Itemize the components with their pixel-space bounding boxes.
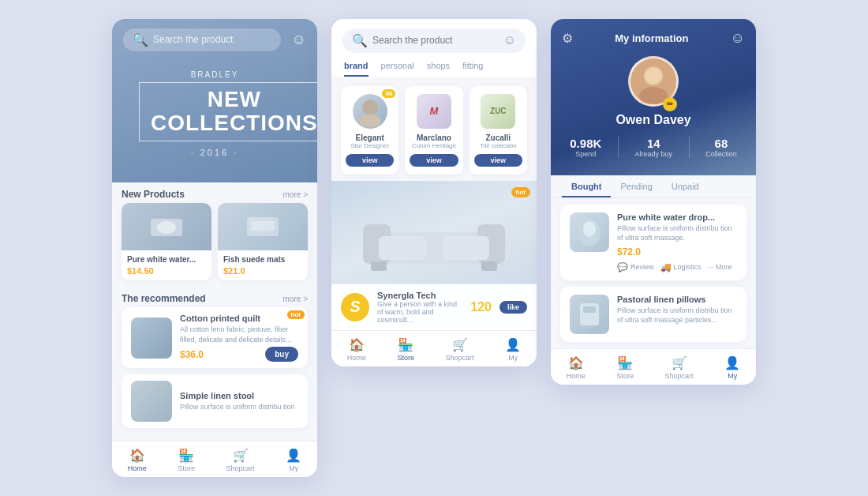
svg-point-1	[157, 221, 176, 234]
p2-body: Elegant Star Designer view 46 M Marclano…	[331, 77, 537, 330]
search-bar-1[interactable]: 🔍	[123, 28, 281, 51]
rec-info-1: Cotton printed quilt All cotton leno fab…	[180, 314, 298, 362]
brand-type-zucalli: Tile colecatio	[474, 142, 522, 149]
tab-personal[interactable]: personal	[381, 61, 414, 77]
nav-store-3[interactable]: 🏪 Store	[616, 355, 634, 380]
view-btn-zucalli[interactable]: view	[474, 154, 522, 167]
stat-spend: 0.98K Spend	[570, 137, 601, 158]
buy-button-1[interactable]: buy	[265, 347, 298, 362]
rec-img-2	[131, 381, 172, 422]
svg-rect-10	[442, 236, 489, 260]
tab-bought[interactable]: Bought	[562, 175, 611, 197]
order-info-2: Pastoral linen pillows Pillow surface is…	[617, 295, 737, 325]
nav-label-store-3: Store	[616, 372, 634, 380]
brand-card-elegant[interactable]: Elegant Star Designer view 46	[341, 86, 398, 175]
brand-logo-marclano: M	[417, 94, 451, 129]
like-button[interactable]: like	[499, 301, 527, 314]
brand-card-zucalli[interactable]: ZUC Zucalli Tile colecatio view	[470, 86, 527, 175]
product-card-2[interactable]: Fish suede mats $21.0	[218, 203, 308, 280]
product-card-1[interactable]: Pure white water... $14.50	[122, 203, 211, 280]
smiley-icon-3: ☺	[731, 30, 745, 47]
hero-header: 🔍 ☺	[123, 28, 306, 51]
svg-rect-12	[481, 261, 497, 271]
rec-desc-1: All cotton leno fabric, pintuve, fiber f…	[180, 325, 298, 344]
stat-collection-value: 68	[705, 137, 737, 150]
rec-row-1: $36.0 buy	[180, 347, 298, 362]
recommended-more[interactable]: more >	[283, 295, 308, 303]
recommended-item-2[interactable]: Simple linen stool Pillow surface is uni…	[122, 374, 308, 428]
nav-home-2[interactable]: 🏠 Home	[347, 337, 366, 362]
new-products-title: New Products	[122, 189, 185, 200]
stat-collection-label: Collection	[705, 150, 737, 158]
svg-rect-3	[251, 221, 275, 231]
search-input-2[interactable]	[372, 35, 499, 46]
nav-shopcart-1[interactable]: 🛒 Shopcart	[226, 448, 255, 472]
stat-divider-1	[618, 137, 619, 158]
brands-row: Elegant Star Designer view 46 M Marclano…	[331, 77, 537, 181]
edit-badge[interactable]: ✏	[663, 97, 677, 111]
product-price-2: $21.0	[223, 266, 302, 276]
more-btn[interactable]: ··· More	[708, 263, 732, 271]
new-products-header: New Products more >	[112, 182, 317, 203]
home-icon-2: 🏠	[349, 337, 365, 352]
order-item-2[interactable]: Pastoral linen pillows Pillow surface is…	[560, 287, 746, 342]
tab-fitting[interactable]: fitting	[462, 61, 483, 77]
brand-type-elegant: Star Designer	[346, 142, 394, 149]
recommended-item-1[interactable]: Cotton printed quilt All cotton leno fab…	[122, 307, 308, 368]
new-products-more[interactable]: more >	[283, 190, 308, 199]
brand-avatar-elegant	[353, 94, 387, 129]
view-btn-marclano[interactable]: view	[410, 154, 458, 167]
rec-price-1: $36.0	[180, 349, 204, 360]
avatar-wrap: ✏	[628, 56, 679, 113]
search-input-1[interactable]	[153, 34, 271, 45]
nav-my-3[interactable]: 👤 My	[724, 355, 740, 380]
brand-name-zucalli: Zucalli	[474, 133, 522, 142]
nav-shopcart-2[interactable]: 🛒 Shopcart	[446, 337, 474, 362]
phone-1-body: New Products more > Pure white water... …	[112, 182, 317, 441]
view-btn-elegant[interactable]: view	[346, 154, 394, 167]
nav-store-1[interactable]: 🏪 Store	[178, 448, 195, 472]
nav-label-my-2: My	[508, 354, 518, 362]
logistics-icon: 🚚	[660, 262, 672, 272]
nav-home-1[interactable]: 🏠 Home	[128, 448, 147, 472]
tabs-row: brand personal shops fitting	[342, 61, 526, 77]
my-icon-3: 👤	[724, 355, 740, 370]
nav-store-2[interactable]: 🏪 Store	[397, 337, 414, 362]
review-btn[interactable]: 💬 Review	[617, 262, 654, 272]
more-dots: ···	[708, 263, 714, 271]
search-icon-1: 🔍	[133, 32, 148, 47]
p3-title: My information	[615, 32, 688, 44]
p2-search-bar[interactable]: 🔍 ☺	[342, 28, 526, 53]
hero-section: 🔍 ☺ BRADLEY NEWCOLLECTIONS · 2016 ·	[112, 19, 317, 183]
featured-name: Synergla Tech	[377, 291, 462, 300]
home-icon-1: 🏠	[129, 448, 145, 463]
smiley-icon-1: ☺	[292, 32, 306, 48]
stat-spend-label: Spend	[570, 150, 601, 158]
tab-pending[interactable]: Pending	[611, 175, 661, 197]
hero-content: BRADLEY NEWCOLLECTIONS · 2016 ·	[123, 62, 306, 169]
nav-my-1[interactable]: 👤 My	[286, 448, 301, 472]
product-name-2: Fish suede mats	[223, 254, 302, 265]
rec-name-1: Cotton printed quilt	[180, 314, 298, 323]
stats-row: 0.98K Spend 14 Already buy 68 Collection	[562, 137, 745, 158]
nav-my-2[interactable]: 👤 My	[505, 337, 521, 362]
nav-home-3[interactable]: 🏠 Home	[567, 355, 586, 380]
bottom-nav-1: 🏠 Home 🏪 Store 🛒 Shopcart 👤 My	[112, 441, 317, 477]
brand-name-marclano: Marclano	[410, 133, 458, 142]
tab-shops[interactable]: shops	[427, 61, 450, 77]
tab-unpaid[interactable]: Unpaid	[662, 175, 709, 197]
recommended-header: The recommended more >	[112, 287, 317, 307]
nav-shopcart-3[interactable]: 🛒 Shopcart	[665, 355, 694, 380]
order-item-1[interactable]: Pure white water drop... Pillow surface …	[560, 205, 746, 280]
logistics-btn[interactable]: 🚚 Logistics	[660, 262, 702, 272]
gear-icon[interactable]: ⚙	[562, 31, 573, 46]
brand-card-marclano[interactable]: M Marclano Cutom Heritage view	[405, 86, 462, 175]
phones-container: 🔍 ☺ BRADLEY NEWCOLLECTIONS · 2016 · New …	[96, 0, 772, 496]
p3-header: ⚙ My information ☺ ✏ Owen Davey	[551, 19, 756, 175]
logistics-label: Logistics	[674, 263, 702, 271]
tab-brand[interactable]: brand	[344, 61, 369, 77]
order-name-1: Pure white water drop...	[617, 212, 737, 222]
product-price-1: $14.50	[127, 266, 206, 276]
product-name-1: Pure white water...	[127, 254, 206, 265]
nav-label-shopcart-1: Shopcart	[226, 464, 255, 472]
